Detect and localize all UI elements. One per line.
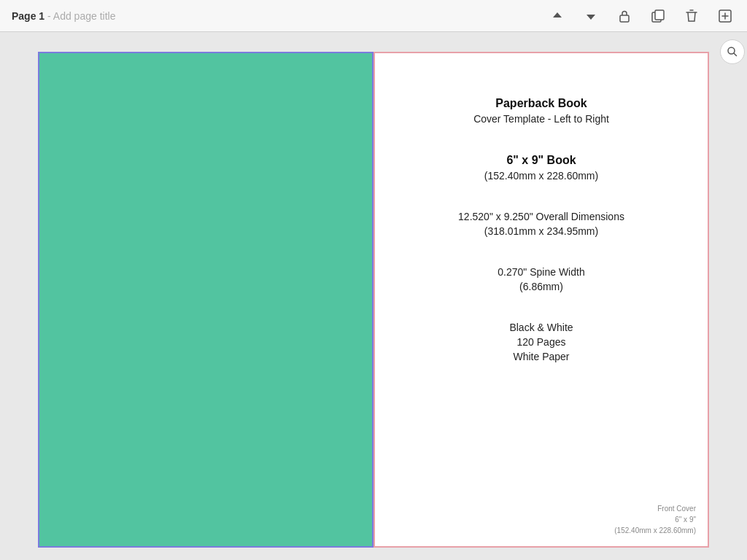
svg-rect-0 (620, 15, 629, 22)
book-size: 6" x 9" Book (375, 154, 708, 167)
book-size-metric: (152.40mm x 228.60mm) (375, 170, 708, 182)
right-page-content: Paperback Book Cover Template - Left to … (375, 97, 708, 362)
add-title-label[interactable]: Add page title (53, 10, 116, 22)
right-page: Paperback Book Cover Template - Left to … (374, 52, 709, 548)
move-down-button[interactable] (581, 6, 601, 26)
side-panel (718, 32, 747, 560)
spine-width: 0.270" Spine Width (375, 266, 708, 278)
overall-dims-metric: (318.01mm x 234.95mm) (375, 225, 708, 237)
book-spread: Paperback Book Cover Template - Left to … (38, 52, 709, 548)
toolbar-actions (547, 6, 735, 26)
add-page-button[interactable] (715, 6, 735, 26)
page-title: Page 1 - Add page title (12, 10, 547, 22)
top-bar: Page 1 - Add page title (0, 0, 747, 32)
duplicate-button[interactable] (648, 6, 668, 26)
canvas-area: Paperback Book Cover Template - Left to … (0, 32, 747, 560)
print-type: Black & White (375, 322, 708, 333)
delete-button[interactable] (681, 6, 702, 26)
paper-type: White Paper (375, 351, 708, 362)
front-cover-label: Front Cover 6" x 9" (152.40mm x 228.60mm… (614, 503, 696, 536)
page-count: 120 Pages (375, 336, 708, 348)
svg-rect-2 (655, 10, 664, 20)
spine-metric: (6.86mm) (375, 281, 708, 292)
lock-button[interactable] (614, 6, 635, 26)
overall-dims: 12.520" x 9.250" Overall Dimensions (375, 211, 708, 222)
cover-subtitle: Cover Template - Left to Right (375, 113, 708, 125)
search-button[interactable] (720, 39, 745, 64)
book-title: Paperback Book (375, 97, 708, 110)
move-up-button[interactable] (547, 6, 568, 26)
left-page[interactable] (38, 52, 374, 548)
page-label: Page 1 (12, 10, 44, 22)
